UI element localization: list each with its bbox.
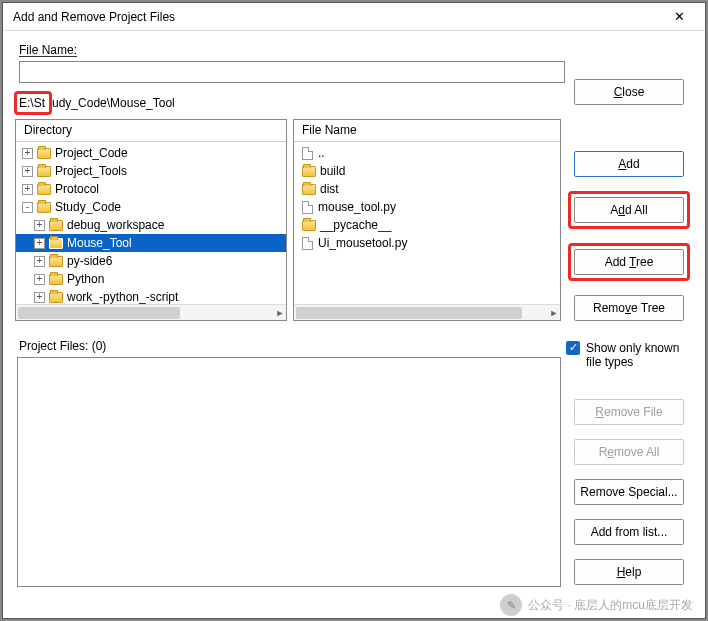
tree-item[interactable]: +py-side6 [16, 252, 286, 270]
expand-icon[interactable]: + [34, 274, 45, 285]
scroll-right-icon[interactable]: ► [548, 307, 560, 319]
file-item-label: __pycache__ [320, 218, 391, 232]
file-item-label: build [320, 164, 345, 178]
tree-item-label: Mouse_Tool [67, 236, 132, 250]
folder-icon [37, 148, 51, 159]
folder-icon [49, 274, 63, 285]
remove-file-button[interactable]: Remove File [574, 399, 684, 425]
window-title: Add and Remove Project Files [13, 10, 659, 24]
directory-header: Directory [16, 120, 286, 142]
scroll-thumb[interactable] [18, 307, 180, 319]
file-item-label: Ui_mousetool.py [318, 236, 407, 250]
path-highlight-annotation: E:\St [14, 91, 52, 115]
file-item[interactable]: build [294, 162, 560, 180]
close-button[interactable]: Close [574, 79, 684, 105]
tree-item[interactable]: +Protocol [16, 180, 286, 198]
titlebar: Add and Remove Project Files ✕ [3, 3, 705, 31]
expand-icon[interactable]: + [22, 184, 33, 195]
dialog-content: File Name: E:\Study_Code\Mouse_Tool Dire… [3, 31, 705, 618]
folder-icon [49, 256, 63, 267]
file-icon [302, 147, 313, 160]
folder-icon [37, 202, 51, 213]
checkbox-checked-icon[interactable]: ✓ [566, 341, 580, 355]
filelist-pane: File Name ..builddistmouse_tool.py__pyca… [293, 119, 561, 321]
show-known-types-row[interactable]: ✓ Show only known file types [566, 341, 690, 369]
folder-icon [37, 166, 51, 177]
add-from-list-button[interactable]: Add from list... [574, 519, 684, 545]
folder-icon [302, 220, 316, 231]
tree-item[interactable]: +Project_Code [16, 144, 286, 162]
folder-icon [37, 184, 51, 195]
tree-item-label: Python [67, 272, 104, 286]
add-all-button[interactable]: Add All [574, 197, 684, 223]
dialog-window: Add and Remove Project Files ✕ File Name… [2, 2, 706, 619]
file-item[interactable]: .. [294, 144, 560, 162]
button-column: Close Add Add All Add Tree Remove Tree ✓… [567, 79, 691, 585]
folder-icon [49, 220, 63, 231]
add-tree-button[interactable]: Add Tree [574, 249, 684, 275]
collapse-icon[interactable]: - [22, 202, 33, 213]
folder-icon [49, 238, 63, 249]
expand-icon[interactable]: + [34, 238, 45, 249]
expand-icon[interactable]: + [34, 256, 45, 267]
remove-all-button[interactable]: Remove All [574, 439, 684, 465]
file-item[interactable]: dist [294, 180, 560, 198]
file-icon [302, 237, 313, 250]
file-list[interactable]: ..builddistmouse_tool.py__pycache__Ui_mo… [294, 142, 560, 304]
tree-item-label: work_-python_-script [67, 290, 178, 304]
file-name-label: File Name: [19, 43, 693, 57]
remove-tree-button[interactable]: Remove Tree [574, 295, 684, 321]
expand-icon[interactable]: + [34, 220, 45, 231]
file-item-label: .. [318, 146, 325, 160]
tree-item-label: Project_Code [55, 146, 128, 160]
project-files-list[interactable] [17, 357, 561, 587]
directory-list[interactable]: +Project_Code+Project_Tools+Protocol-Stu… [16, 142, 286, 304]
watermark: ✎ 公众号 · 底层人的mcu底层开发 [500, 594, 693, 616]
tree-item[interactable]: +Mouse_Tool [16, 234, 286, 252]
scroll-right-icon[interactable]: ► [274, 307, 286, 319]
file-item-label: mouse_tool.py [318, 200, 396, 214]
tree-item[interactable]: +Python [16, 270, 286, 288]
folder-icon [49, 292, 63, 303]
wechat-icon: ✎ [500, 594, 522, 616]
tree-item[interactable]: +work_-python_-script [16, 288, 286, 304]
tree-item[interactable]: +debug_workspace [16, 216, 286, 234]
tree-item[interactable]: +Project_Tools [16, 162, 286, 180]
tree-item-label: Study_Code [55, 200, 121, 214]
tree-item-label: Protocol [55, 182, 99, 196]
expand-icon[interactable]: + [22, 148, 33, 159]
show-known-types-label: Show only known file types [586, 341, 690, 369]
filelist-header: File Name [294, 120, 560, 142]
scroll-thumb[interactable] [296, 307, 522, 319]
directory-pane: Directory +Project_Code+Project_Tools+Pr… [15, 119, 287, 321]
expand-icon[interactable]: + [22, 166, 33, 177]
tree-item-label: Project_Tools [55, 164, 127, 178]
file-item[interactable]: mouse_tool.py [294, 198, 560, 216]
add-all-annotation: Add All [568, 191, 690, 229]
folder-icon [302, 166, 316, 177]
file-item[interactable]: __pycache__ [294, 216, 560, 234]
file-name-input[interactable] [19, 61, 565, 83]
add-tree-annotation: Add Tree [568, 243, 690, 281]
file-item-label: dist [320, 182, 339, 196]
add-button[interactable]: Add [574, 151, 684, 177]
tree-item[interactable]: -Study_Code [16, 198, 286, 216]
tree-item-label: debug_workspace [67, 218, 164, 232]
filelist-scrollbar-x[interactable]: ◄ ► [294, 304, 560, 320]
file-item[interactable]: Ui_mousetool.py [294, 234, 560, 252]
tree-item-label: py-side6 [67, 254, 112, 268]
file-icon [302, 201, 313, 214]
folder-icon [302, 184, 316, 195]
expand-icon[interactable]: + [34, 292, 45, 303]
close-icon[interactable]: ✕ [659, 5, 699, 29]
help-button[interactable]: Help [574, 559, 684, 585]
directory-scrollbar-x[interactable]: ◄ ► [16, 304, 286, 320]
remove-special-button[interactable]: Remove Special... [574, 479, 684, 505]
